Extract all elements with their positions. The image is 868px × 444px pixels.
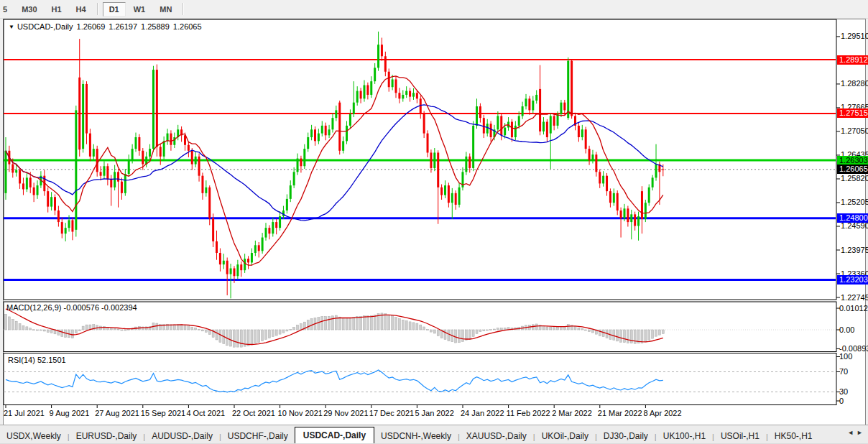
tab-usdcnh-weekly[interactable]: USDCNH-,Weekly [374,428,458,443]
date-axis-label: 4 Oct 2021 [186,409,225,417]
date-axis-label: 29 Nov 2021 [323,409,368,417]
tab-usdx-weekly[interactable]: USDX,Weekly [0,428,68,443]
date-axis-label: 11 Feb 2022 [507,409,550,417]
tab-usoil-h1[interactable]: USOil-,H1 [714,428,766,443]
trading-platform-window: 5M30H1H4D1W1MN ▼USDCAD-,Daily1.260691.26… [0,0,868,444]
price-chart-canvas[interactable] [0,0,868,444]
chevron-down-icon: ▼ [9,24,14,30]
tab-hk50-h1[interactable]: HK50-,H1 [768,428,819,443]
tab-uk100-h1[interactable]: UK100-,H1 [657,428,712,443]
price-level-badge: 1.23203 [837,275,868,285]
price-axis-label: 1.22745 [841,293,868,302]
date-axis-label: 22 Oct 2021 [232,409,275,417]
price-level-badge: 1.28912 [837,55,868,65]
tab-dj30-daily[interactable]: DJ30-,Daily [597,428,655,443]
rsi-indicator-label: RSI(14) 52.1501 [8,356,66,364]
tab-xauusd-daily[interactable]: XAUUSD-,Daily [460,428,533,443]
tab-usdcad-daily[interactable]: USDCAD-,Daily [295,427,374,443]
symbol-name: USDCAD-,Daily [17,22,73,31]
date-axis-label: 9 Aug 2021 [50,409,90,417]
rsi-axis-label: 100 [839,352,852,361]
price-axis-label: 1.25205 [841,198,868,206]
rsi-axis-label: 70 [839,367,848,376]
price-axis-label: 1.23975 [841,246,868,254]
date-axis-label: 24 Jan 2022 [461,409,504,417]
tab-eurusd-daily[interactable]: EURUSD-,Daily [70,428,144,443]
tab-usdchf-daily[interactable]: USDCHF-,Daily [221,428,295,443]
ohlc-high: 1.26197 [108,22,137,31]
tab-ukoil-daily[interactable]: UKOil-,Daily [535,428,595,443]
ohlc-open: 1.26069 [77,22,106,31]
ohlc-low: 1.25889 [141,22,170,31]
price-axis-label: 1.29510 [841,32,868,40]
date-axis-label: 15 Sep 2021 [141,409,185,417]
tab-scroll-arrows[interactable]: ◄► [847,429,866,436]
date-axis-label: 2 Mar 2022 [552,409,592,417]
symbol-tab-bar: USDX,Weekly|EURUSD-,Daily|AUDUSD-,Daily|… [0,425,868,443]
date-axis-label: 21 Mar 2022 [598,409,642,417]
macd-axis-label: 0.00 [839,325,854,334]
date-axis-label: 17 Dec 2021 [369,409,414,417]
macd-axis-label: 0.010127 [839,304,868,313]
price-axis-label: 1.25820 [841,174,868,182]
date-axis-label: 5 Jan 2022 [415,409,453,417]
ohlc-close: 1.26065 [173,22,202,31]
current-price-badge: 1.26065 [837,165,868,174]
tab-audusd-daily[interactable]: AUDUSD-,Daily [145,428,219,443]
date-axis-label: 8 Apr 2022 [643,409,681,417]
price-level-badge: 1.26303 [837,156,868,165]
chart-symbol-title: ▼USDCAD-,Daily1.260691.261971.258891.260… [9,22,202,31]
rsi-axis-label: 0 [839,397,844,405]
date-axis-label: 21 Jul 2021 [4,409,45,417]
date-axis-label: 10 Nov 2021 [278,409,323,417]
rsi-axis-label: 30 [839,387,848,396]
price-axis-label: 1.27050 [841,126,868,135]
price-axis-label: 1.28280 [841,79,868,88]
macd-indicator-label: MACD(12,26,9) -0.000576 -0.002394 [6,303,137,312]
price-level-badge: 1.27515 [837,108,868,118]
date-axis-label: 27 Aug 2021 [95,409,139,417]
price-level-badge: 1.24800 [837,213,868,223]
price-axis-label: 1.24590 [841,221,868,230]
